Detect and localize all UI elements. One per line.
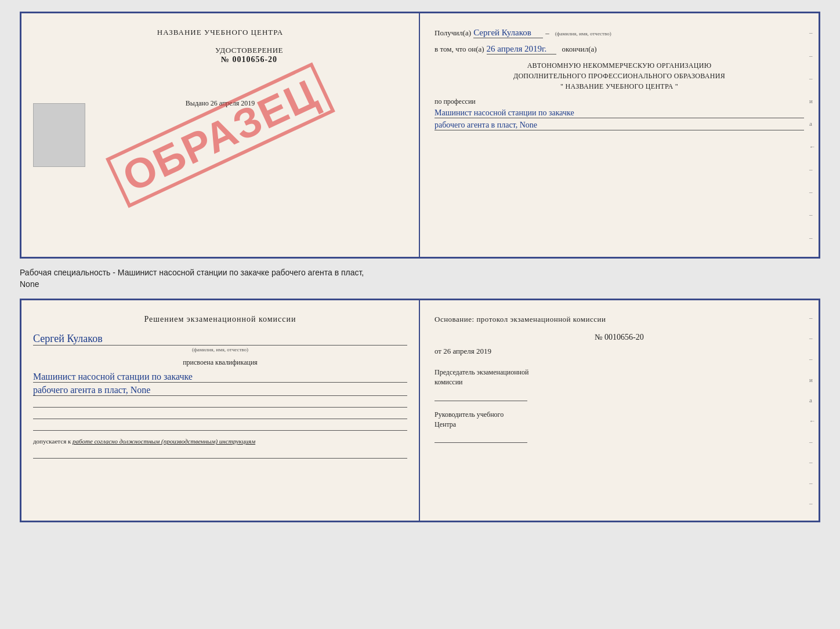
blank-line4	[33, 449, 407, 459]
ended-label: окончил(а)	[562, 45, 597, 54]
dash5: –	[809, 188, 816, 195]
dash3: –	[809, 75, 816, 82]
bdash2: –	[809, 335, 816, 341]
osnov-title: Основание: протокол экзаменационной коми…	[435, 315, 804, 324]
bdash-a: а	[809, 397, 816, 403]
description-line2: None	[20, 279, 820, 290]
person-name: Сергей Кулаков	[33, 333, 407, 346]
profession-line2: рабочего агента в пласт, None	[435, 121, 804, 130]
date-label: в том, что он(а)	[435, 45, 484, 54]
cert-right-side: Получил(а) Сергей Кулаков – (фамилия, им…	[420, 13, 819, 257]
bdash5: –	[809, 459, 816, 466]
blank-line1	[33, 398, 407, 408]
top-certificate-spread: НАЗВАНИЕ УЧЕБНОГО ЦЕНТРА УДОСТОВЕРЕНИЕ №…	[20, 12, 820, 259]
description-line1: Рабочая специальность - Машинист насосно…	[20, 267, 820, 279]
chairman-signature-line	[435, 392, 527, 401]
cert-doc-label: УДОСТОВЕРЕНИЕ	[91, 46, 407, 55]
qualification-line1: Машинист насосной станции по закачке	[33, 372, 407, 383]
bottom-right-dashes: – – – и а ← – – – –	[809, 300, 816, 521]
head-block: Руководитель учебного Центра	[435, 410, 804, 443]
cert-school-name: НАЗВАНИЕ УЧЕБНОГО ЦЕНТРА	[33, 28, 407, 37]
dash-i: и	[809, 97, 816, 104]
chairman-block: Председатель экзаменационной комиссии	[435, 368, 804, 401]
head-line1: Руководитель учебного	[435, 410, 504, 419]
side-dashes: – – – и а ← – – – –	[809, 13, 816, 257]
dash-arrow: ←	[809, 143, 816, 150]
bdash4: –	[809, 438, 816, 445]
head-label: Руководитель учебного Центра	[435, 410, 804, 430]
date-value: 26 апреля 2019г.	[487, 44, 556, 54]
dash7: –	[809, 234, 816, 241]
bdash6: –	[809, 479, 816, 486]
allows-italic: работе согласно должностным (производств…	[73, 438, 255, 445]
dash6: –	[809, 211, 816, 218]
obrazec-watermark: ОБРАЗЕЦ	[105, 62, 335, 208]
date-line: в том, что он(а) 26 апреля 2019г. окончи…	[435, 44, 804, 54]
dash1: –	[809, 29, 816, 36]
org-line2: ДОПОЛНИТЕЛЬНОГО ПРОФЕССИОНАЛЬНОГО ОБРАЗО…	[435, 71, 804, 81]
description-block: Рабочая специальность - Машинист насосно…	[20, 267, 820, 290]
received-line: Получил(а) Сергей Кулаков – (фамилия, им…	[435, 28, 804, 38]
qualification-line2: рабочего агента в пласт, None	[33, 385, 407, 396]
protocol-date: от 26 апреля 2019	[435, 347, 804, 356]
cert-left-side: НАЗВАНИЕ УЧЕБНОГО ЦЕНТРА УДОСТОВЕРЕНИЕ №…	[21, 13, 420, 257]
issued-label: Выдано	[186, 99, 209, 107]
chairman-line2: комиссии	[435, 378, 463, 386]
received-label: Получил(а)	[435, 28, 471, 38]
cert-doc-number: № 0010656-20	[91, 55, 407, 64]
org-line1: АВТОНОМНУЮ НЕКОММЕРЧЕСКУЮ ОРГАНИЗАЦИЮ	[435, 60, 804, 71]
cert-photo	[33, 103, 85, 167]
allows-prefix: допускается к	[33, 438, 71, 445]
protocol-number: № 0010656-20	[435, 333, 804, 342]
profession-line1: Машинист насосной станции по закачке	[435, 108, 804, 118]
bottom-certificate-spread: Решением экзаменационной комиссии Сергей…	[20, 299, 820, 522]
chairman-line1: Председатель экзаменационной	[435, 368, 528, 376]
blank-line2	[33, 410, 407, 419]
dash4: –	[809, 166, 816, 173]
protocol-date-value: 26 апреля 2019	[443, 347, 491, 355]
bdash-arrow: ←	[809, 417, 816, 424]
bottom-cert-right: Основание: протокол экзаменационной коми…	[420, 300, 819, 521]
chairman-label: Председатель экзаменационной комиссии	[435, 368, 804, 387]
bdash1: –	[809, 314, 816, 321]
allows-text: допускается к работе согласно должностны…	[33, 438, 407, 445]
bottom-cert-left: Решением экзаменационной комиссии Сергей…	[21, 300, 420, 521]
bdash7: –	[809, 500, 816, 507]
dash2: –	[809, 52, 816, 59]
received-name: Сергей Кулаков	[473, 28, 543, 38]
bdash3: –	[809, 355, 816, 362]
assigned-label: присвоена квалификация	[33, 358, 407, 367]
issued-date: 26 апреля 2019	[211, 99, 255, 107]
org-line3: " НАЗВАНИЕ УЧЕБНОГО ЦЕНТРА "	[435, 81, 804, 92]
name-hint: (фамилия, имя, отчество)	[555, 31, 611, 37]
bdash-i: и	[809, 376, 816, 383]
name-hint-bottom: (фамилия, имя, отчество)	[33, 347, 407, 352]
komissia-title: Решением экзаменационной комиссии	[33, 315, 407, 324]
head-line2: Центра	[435, 420, 456, 428]
cert-center: УДОСТОВЕРЕНИЕ № 0010656-20	[91, 46, 407, 64]
cert-mp: М.П.	[33, 114, 407, 122]
org-block: АВТОНОМНУЮ НЕКОММЕРЧЕСКУЮ ОРГАНИЗАЦИЮ ДО…	[435, 60, 804, 92]
dash-a: а	[809, 120, 816, 127]
blank-line3	[33, 421, 407, 431]
profession-label: по профессии	[435, 97, 804, 106]
protocol-date-prefix: от	[435, 347, 441, 355]
cert-issued: Выдано 26 апреля 2019	[33, 99, 407, 108]
head-signature-line	[435, 434, 527, 443]
